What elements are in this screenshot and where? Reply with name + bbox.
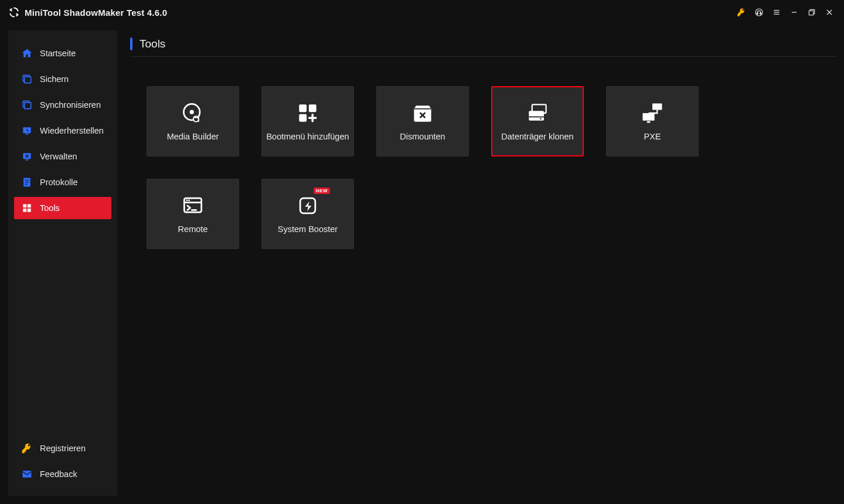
sidebar-item-restore[interactable]: Wiederherstellen xyxy=(14,120,111,142)
manage-icon xyxy=(21,151,33,162)
sidebar-item-sync[interactable]: Synchronisieren xyxy=(14,94,111,116)
sidebar-item-label: Wiederherstellen xyxy=(40,126,104,135)
svg-point-43 xyxy=(540,118,542,120)
sidebar-item-backup[interactable]: Sichern xyxy=(14,68,111,90)
svg-rect-41 xyxy=(529,111,544,121)
sidebar-item-label: Registrieren xyxy=(40,444,86,453)
sidebar-bottom: Registrieren Feedback xyxy=(14,437,111,485)
svg-rect-33 xyxy=(309,104,316,112)
svg-rect-25 xyxy=(23,204,26,207)
svg-rect-46 xyxy=(647,121,651,123)
sidebar-item-label: Verwalten xyxy=(40,152,77,161)
svg-point-31 xyxy=(190,110,194,114)
tile-pxe[interactable]: PXE xyxy=(606,86,699,156)
booster-icon xyxy=(295,194,321,217)
svg-rect-32 xyxy=(299,104,307,112)
sidebar-item-label: Startseite xyxy=(40,49,76,58)
svg-rect-1 xyxy=(757,13,758,15)
tile-label: Dismounten xyxy=(400,132,445,141)
sidebar-item-home[interactable]: Startseite xyxy=(14,42,111,64)
close-icon[interactable] xyxy=(821,4,838,21)
tile-boot-menu-add[interactable]: Bootmenü hinzufügen xyxy=(261,86,354,156)
sidebar-item-label: Protokolle xyxy=(40,178,77,187)
key-icon[interactable] xyxy=(733,4,750,21)
disk-clone-icon xyxy=(525,101,550,125)
tile-label: Bootmenü hinzufügen xyxy=(266,132,349,141)
tools-grid-icon xyxy=(21,202,33,214)
tile-system-booster[interactable]: NEW System Booster xyxy=(261,179,354,249)
pxe-network-icon xyxy=(639,101,665,125)
sidebar-item-logs[interactable]: Protokolle xyxy=(14,171,111,193)
svg-rect-26 xyxy=(28,204,31,207)
svg-rect-44 xyxy=(652,104,662,110)
sidebar-item-label: Tools xyxy=(40,203,60,213)
svg-point-0 xyxy=(755,9,763,16)
terminal-icon xyxy=(180,194,206,217)
svg-rect-2 xyxy=(760,13,761,15)
title-bar: MiniTool ShadowMaker Test 4.6.0 xyxy=(0,0,844,25)
restore-icon xyxy=(21,125,33,137)
tile-label: Datenträger klonen xyxy=(501,132,573,141)
backup-icon xyxy=(21,73,33,85)
disc-icon xyxy=(180,101,206,125)
logs-icon xyxy=(21,176,33,188)
sidebar-item-label: Feedback xyxy=(40,469,77,479)
sidebar-item-register[interactable]: Registrieren xyxy=(14,437,111,459)
window-title: MiniTool ShadowMaker Test 4.6.0 xyxy=(25,8,167,18)
tile-label: System Booster xyxy=(278,224,338,234)
svg-rect-27 xyxy=(23,209,26,212)
svg-rect-12 xyxy=(25,77,31,83)
sidebar-item-label: Sichern xyxy=(40,74,69,84)
svg-rect-14 xyxy=(25,103,31,109)
body: Startseite Sichern Synchronisieren xyxy=(0,25,844,504)
app-logo-icon xyxy=(8,6,20,18)
svg-point-19 xyxy=(26,155,28,156)
mail-icon xyxy=(21,468,33,480)
sidebar: Startseite Sichern Synchronisieren xyxy=(8,30,117,496)
svg-point-49 xyxy=(186,200,188,201)
tile-label: Media Builder xyxy=(167,132,219,141)
app-window: MiniTool ShadowMaker Test 4.6.0 xyxy=(0,0,844,504)
sidebar-item-manage[interactable]: Verwalten xyxy=(14,145,111,168)
svg-point-50 xyxy=(188,200,189,201)
tile-label: PXE xyxy=(644,132,661,141)
svg-rect-28 xyxy=(28,209,31,212)
menu-icon[interactable] xyxy=(768,4,785,21)
tile-media-builder[interactable]: Media Builder xyxy=(147,86,239,156)
new-badge: NEW xyxy=(314,188,330,194)
minimize-icon[interactable] xyxy=(785,4,803,21)
add-tile-icon xyxy=(295,101,321,125)
tile-clone-disk[interactable]: Datenträger klonen xyxy=(491,86,584,156)
svg-rect-34 xyxy=(299,114,307,122)
header-accent-bar xyxy=(130,38,132,50)
sync-icon xyxy=(21,99,33,111)
maximize-icon[interactable] xyxy=(803,4,821,21)
tile-dismount[interactable]: Dismounten xyxy=(376,86,469,156)
svg-rect-45 xyxy=(643,113,655,121)
home-icon xyxy=(21,47,33,59)
sidebar-item-feedback[interactable]: Feedback xyxy=(14,463,111,485)
dismount-box-icon xyxy=(410,101,435,125)
tile-label: Remote xyxy=(178,224,208,234)
page-header: Tools xyxy=(130,34,836,57)
sidebar-item-tools[interactable]: Tools xyxy=(14,197,111,219)
nav: Startseite Sichern Synchronisieren xyxy=(14,42,111,219)
sidebar-item-label: Synchronisieren xyxy=(40,100,101,110)
tile-remote[interactable]: Remote xyxy=(147,179,239,249)
main: Tools Media Builder Bootmenü hinzufügen xyxy=(130,30,836,496)
svg-rect-16 xyxy=(26,134,29,135)
support-icon[interactable] xyxy=(750,4,768,21)
tool-tile-grid: Media Builder Bootmenü hinzufügen Dismou… xyxy=(130,57,836,249)
svg-rect-29 xyxy=(23,471,32,478)
svg-rect-20 xyxy=(26,159,29,161)
svg-rect-8 xyxy=(809,11,813,15)
page-title: Tools xyxy=(139,38,165,50)
key-icon xyxy=(21,442,33,454)
